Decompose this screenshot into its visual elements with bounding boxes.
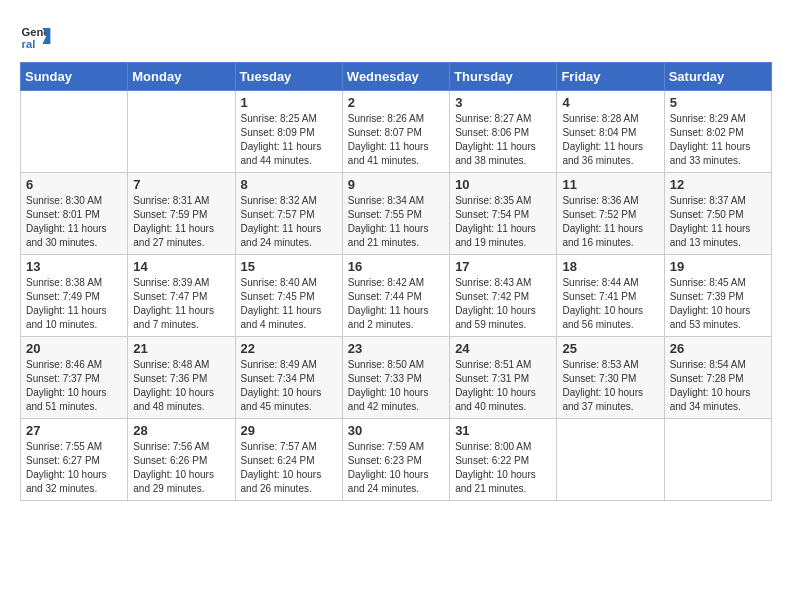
calendar-day-cell: 9Sunrise: 8:34 AM Sunset: 7:55 PM Daylig… [342,173,449,255]
calendar-table: SundayMondayTuesdayWednesdayThursdayFrid… [20,62,772,501]
day-info: Sunrise: 8:44 AM Sunset: 7:41 PM Dayligh… [562,276,658,332]
day-number: 30 [348,423,444,438]
calendar-week-row: 20Sunrise: 8:46 AM Sunset: 7:37 PM Dayli… [21,337,772,419]
day-number: 26 [670,341,766,356]
day-number: 17 [455,259,551,274]
logo: Gene ral [20,20,56,52]
calendar-day-cell: 22Sunrise: 8:49 AM Sunset: 7:34 PM Dayli… [235,337,342,419]
day-info: Sunrise: 7:55 AM Sunset: 6:27 PM Dayligh… [26,440,122,496]
day-number: 3 [455,95,551,110]
day-info: Sunrise: 8:50 AM Sunset: 7:33 PM Dayligh… [348,358,444,414]
day-info: Sunrise: 8:35 AM Sunset: 7:54 PM Dayligh… [455,194,551,250]
day-info: Sunrise: 8:39 AM Sunset: 7:47 PM Dayligh… [133,276,229,332]
day-number: 5 [670,95,766,110]
day-number: 8 [241,177,337,192]
day-info: Sunrise: 8:28 AM Sunset: 8:04 PM Dayligh… [562,112,658,168]
day-number: 28 [133,423,229,438]
day-number: 31 [455,423,551,438]
day-info: Sunrise: 7:56 AM Sunset: 6:26 PM Dayligh… [133,440,229,496]
day-info: Sunrise: 8:53 AM Sunset: 7:30 PM Dayligh… [562,358,658,414]
calendar-day-cell: 7Sunrise: 8:31 AM Sunset: 7:59 PM Daylig… [128,173,235,255]
calendar-header: SundayMondayTuesdayWednesdayThursdayFrid… [21,63,772,91]
day-number: 2 [348,95,444,110]
day-number: 6 [26,177,122,192]
day-number: 22 [241,341,337,356]
day-number: 24 [455,341,551,356]
calendar-day-cell: 4Sunrise: 8:28 AM Sunset: 8:04 PM Daylig… [557,91,664,173]
calendar-day-cell: 25Sunrise: 8:53 AM Sunset: 7:30 PM Dayli… [557,337,664,419]
day-of-week-header: Tuesday [235,63,342,91]
calendar-day-cell [557,419,664,501]
day-info: Sunrise: 8:36 AM Sunset: 7:52 PM Dayligh… [562,194,658,250]
day-number: 4 [562,95,658,110]
day-number: 21 [133,341,229,356]
day-of-week-header: Saturday [664,63,771,91]
day-number: 27 [26,423,122,438]
calendar-day-cell [21,91,128,173]
calendar-day-cell: 3Sunrise: 8:27 AM Sunset: 8:06 PM Daylig… [450,91,557,173]
day-info: Sunrise: 8:26 AM Sunset: 8:07 PM Dayligh… [348,112,444,168]
calendar-day-cell: 8Sunrise: 8:32 AM Sunset: 7:57 PM Daylig… [235,173,342,255]
calendar-week-row: 6Sunrise: 8:30 AM Sunset: 8:01 PM Daylig… [21,173,772,255]
day-info: Sunrise: 7:59 AM Sunset: 6:23 PM Dayligh… [348,440,444,496]
day-of-week-header: Thursday [450,63,557,91]
calendar-day-cell: 27Sunrise: 7:55 AM Sunset: 6:27 PM Dayli… [21,419,128,501]
logo-icon: Gene ral [20,20,52,52]
day-info: Sunrise: 8:29 AM Sunset: 8:02 PM Dayligh… [670,112,766,168]
calendar-day-cell: 24Sunrise: 8:51 AM Sunset: 7:31 PM Dayli… [450,337,557,419]
calendar-week-row: 1Sunrise: 8:25 AM Sunset: 8:09 PM Daylig… [21,91,772,173]
day-number: 12 [670,177,766,192]
day-info: Sunrise: 8:25 AM Sunset: 8:09 PM Dayligh… [241,112,337,168]
day-of-week-header: Wednesday [342,63,449,91]
calendar-day-cell: 11Sunrise: 8:36 AM Sunset: 7:52 PM Dayli… [557,173,664,255]
day-info: Sunrise: 8:49 AM Sunset: 7:34 PM Dayligh… [241,358,337,414]
calendar-day-cell: 6Sunrise: 8:30 AM Sunset: 8:01 PM Daylig… [21,173,128,255]
day-number: 7 [133,177,229,192]
day-info: Sunrise: 8:40 AM Sunset: 7:45 PM Dayligh… [241,276,337,332]
calendar-body: 1Sunrise: 8:25 AM Sunset: 8:09 PM Daylig… [21,91,772,501]
day-number: 10 [455,177,551,192]
calendar-day-cell: 1Sunrise: 8:25 AM Sunset: 8:09 PM Daylig… [235,91,342,173]
calendar-day-cell: 13Sunrise: 8:38 AM Sunset: 7:49 PM Dayli… [21,255,128,337]
calendar-week-row: 27Sunrise: 7:55 AM Sunset: 6:27 PM Dayli… [21,419,772,501]
day-info: Sunrise: 8:51 AM Sunset: 7:31 PM Dayligh… [455,358,551,414]
day-number: 19 [670,259,766,274]
calendar-day-cell: 20Sunrise: 8:46 AM Sunset: 7:37 PM Dayli… [21,337,128,419]
calendar-day-cell: 5Sunrise: 8:29 AM Sunset: 8:02 PM Daylig… [664,91,771,173]
calendar-day-cell: 10Sunrise: 8:35 AM Sunset: 7:54 PM Dayli… [450,173,557,255]
day-number: 18 [562,259,658,274]
day-of-week-header: Friday [557,63,664,91]
calendar-day-cell: 31Sunrise: 8:00 AM Sunset: 6:22 PM Dayli… [450,419,557,501]
day-of-week-header: Monday [128,63,235,91]
day-number: 23 [348,341,444,356]
calendar-day-cell: 21Sunrise: 8:48 AM Sunset: 7:36 PM Dayli… [128,337,235,419]
day-info: Sunrise: 8:45 AM Sunset: 7:39 PM Dayligh… [670,276,766,332]
day-info: Sunrise: 8:34 AM Sunset: 7:55 PM Dayligh… [348,194,444,250]
day-info: Sunrise: 8:43 AM Sunset: 7:42 PM Dayligh… [455,276,551,332]
day-number: 9 [348,177,444,192]
day-info: Sunrise: 8:54 AM Sunset: 7:28 PM Dayligh… [670,358,766,414]
calendar-day-cell: 28Sunrise: 7:56 AM Sunset: 6:26 PM Dayli… [128,419,235,501]
page-header: Gene ral [20,20,772,52]
calendar-day-cell [128,91,235,173]
calendar-day-cell: 19Sunrise: 8:45 AM Sunset: 7:39 PM Dayli… [664,255,771,337]
day-number: 20 [26,341,122,356]
day-info: Sunrise: 7:57 AM Sunset: 6:24 PM Dayligh… [241,440,337,496]
day-info: Sunrise: 8:38 AM Sunset: 7:49 PM Dayligh… [26,276,122,332]
calendar-day-cell: 30Sunrise: 7:59 AM Sunset: 6:23 PM Dayli… [342,419,449,501]
calendar-week-row: 13Sunrise: 8:38 AM Sunset: 7:49 PM Dayli… [21,255,772,337]
day-info: Sunrise: 8:30 AM Sunset: 8:01 PM Dayligh… [26,194,122,250]
calendar-day-cell: 12Sunrise: 8:37 AM Sunset: 7:50 PM Dayli… [664,173,771,255]
calendar-day-cell: 29Sunrise: 7:57 AM Sunset: 6:24 PM Dayli… [235,419,342,501]
svg-text:ral: ral [22,38,36,50]
calendar-day-cell: 18Sunrise: 8:44 AM Sunset: 7:41 PM Dayli… [557,255,664,337]
day-number: 15 [241,259,337,274]
day-info: Sunrise: 8:00 AM Sunset: 6:22 PM Dayligh… [455,440,551,496]
calendar-day-cell: 15Sunrise: 8:40 AM Sunset: 7:45 PM Dayli… [235,255,342,337]
calendar-day-cell: 17Sunrise: 8:43 AM Sunset: 7:42 PM Dayli… [450,255,557,337]
header-row: SundayMondayTuesdayWednesdayThursdayFrid… [21,63,772,91]
day-info: Sunrise: 8:27 AM Sunset: 8:06 PM Dayligh… [455,112,551,168]
day-number: 16 [348,259,444,274]
calendar-day-cell: 14Sunrise: 8:39 AM Sunset: 7:47 PM Dayli… [128,255,235,337]
calendar-day-cell: 23Sunrise: 8:50 AM Sunset: 7:33 PM Dayli… [342,337,449,419]
